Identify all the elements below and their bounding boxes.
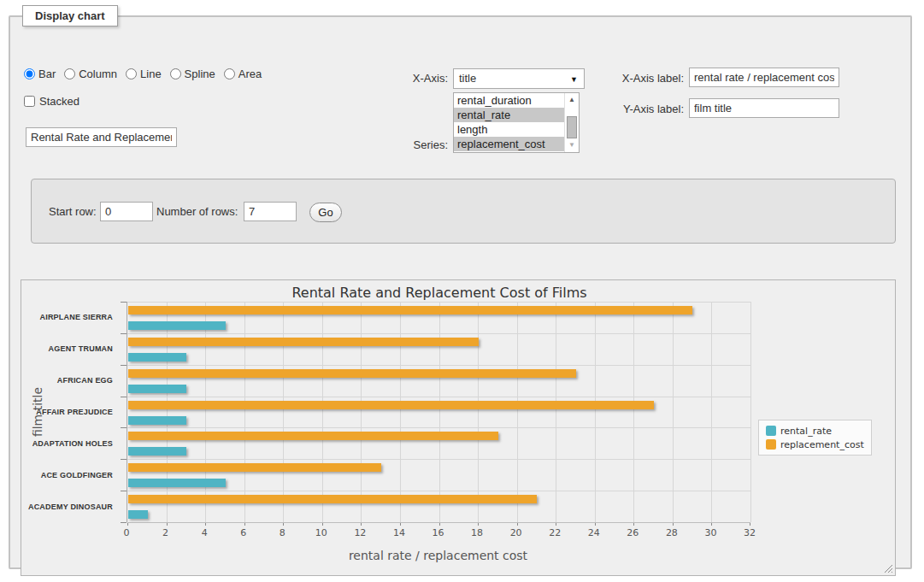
- x-tick-label: 6: [227, 527, 261, 538]
- x-axis-select-label: X-Axis:: [368, 68, 448, 89]
- chart-type-option-label: Column: [79, 68, 117, 80]
- replacement_cost-bar: [128, 306, 692, 315]
- chart-type-option-column[interactable]: Column: [64, 68, 117, 80]
- replacement_cost-bar: [128, 338, 479, 346]
- gridline: [400, 302, 401, 522]
- band-line: [127, 491, 750, 491]
- y-axis-tick: [121, 365, 127, 366]
- chart-type-option-label: Bar: [38, 68, 56, 80]
- replacement_cost-bar: [128, 369, 576, 378]
- scroll-up-arrow-icon[interactable]: ▲: [565, 94, 579, 106]
- y-axis-label-label: Y-Axis label:: [603, 100, 684, 119]
- replacement_cost-bar: [128, 401, 654, 409]
- x-tick-label: 2: [149, 527, 183, 538]
- stacked-checkbox[interactable]: [24, 96, 35, 107]
- x-tick-label: 8: [265, 527, 299, 538]
- series-multiselect[interactable]: rental_durationrental_ratelengthreplacem…: [453, 92, 580, 153]
- gridline: [595, 302, 596, 522]
- x-tick-label: 28: [655, 527, 689, 538]
- gridline: [439, 302, 440, 522]
- x-tick-label: 32: [733, 527, 767, 538]
- rental_rate-bar: [128, 321, 226, 330]
- display-chart-fieldset: Display chart BarColumnLineSplineArea St…: [9, 5, 912, 569]
- go-button[interactable]: Go: [309, 203, 342, 222]
- legend-item-rental_rate[interactable]: rental_rate: [766, 424, 864, 438]
- x-axis-select[interactable]: title ▼: [453, 68, 585, 89]
- y-axis-label-input[interactable]: [689, 98, 839, 118]
- x-tick-label: 14: [382, 527, 416, 538]
- gridline: [322, 302, 323, 522]
- y-axis-tick: [121, 302, 127, 303]
- page: Display chart BarColumnLineSplineArea St…: [0, 0, 924, 582]
- x-tick-label: 20: [499, 527, 533, 538]
- rental_rate-swatch-icon: [766, 426, 776, 436]
- number-of-rows-input[interactable]: [244, 202, 297, 221]
- stacked-label: Stacked: [39, 95, 79, 108]
- y-axis-tick: [121, 459, 127, 460]
- series-select-label: Series:: [368, 138, 448, 153]
- x-tick-label: 22: [538, 527, 572, 538]
- gridline: [205, 302, 206, 522]
- chart-legend: rental_ratereplacement_cost: [758, 420, 872, 456]
- gridline: [673, 302, 674, 522]
- gridline: [711, 302, 712, 522]
- start-row-label: Start row:: [49, 202, 97, 221]
- rental_rate-bar: [128, 416, 186, 425]
- legend-item-replacement_cost[interactable]: replacement_cost: [766, 438, 864, 451]
- band-line: [127, 522, 750, 523]
- replacement_cost-swatch-icon: [766, 439, 776, 450]
- series-option-replacement_cost[interactable]: replacement_cost: [454, 137, 579, 151]
- chart-type-radio-column[interactable]: [64, 68, 75, 79]
- fieldset-legend: Display chart: [22, 5, 118, 26]
- legend-label: replacement_cost: [780, 439, 864, 450]
- band-line: [127, 397, 750, 397]
- x-axis-label-input[interactable]: [689, 68, 839, 87]
- x-axis-label-label: X-Axis label:: [603, 69, 684, 88]
- gridline: [244, 302, 245, 522]
- band-line: [127, 302, 750, 303]
- chart-title-input[interactable]: [26, 127, 177, 147]
- band-line: [127, 427, 750, 428]
- series-option-rental_duration[interactable]: rental_duration: [454, 93, 579, 108]
- chart-type-option-label: Line: [140, 68, 162, 80]
- chart-type-option-bar[interactable]: Bar: [24, 68, 56, 80]
- y-axis-tick: [121, 427, 127, 428]
- row-controls-panel: Start row: Number of rows: Go: [31, 179, 896, 244]
- x-tick-label: 12: [343, 527, 377, 538]
- series-scrollbar[interactable]: ▲ ▼: [564, 93, 579, 152]
- chart-type-radio-spline[interactable]: [170, 68, 181, 79]
- chart-title: Rental Rate and Replacement Cost of Film…: [21, 285, 857, 301]
- y-axis-tick: [121, 333, 127, 334]
- chart-type-radio-line[interactable]: [126, 68, 137, 79]
- chart-type-option-spline[interactable]: Spline: [170, 68, 215, 80]
- scroll-down-arrow-icon[interactable]: ▼: [565, 139, 579, 151]
- resize-handle-icon[interactable]: [883, 563, 892, 573]
- band-line: [127, 333, 750, 334]
- chart-type-option-line[interactable]: Line: [126, 68, 162, 80]
- chart-type-option-label: Spline: [185, 68, 215, 80]
- y-axis-title: film title: [31, 302, 44, 522]
- x-tick-label: 18: [460, 527, 494, 538]
- rental_rate-bar: [128, 510, 148, 519]
- band-line: [127, 459, 750, 460]
- chart-type-radio-area[interactable]: [224, 68, 235, 79]
- gridline: [283, 302, 284, 522]
- x-tick-label: 10: [304, 527, 338, 538]
- x-tick-label: 30: [693, 527, 727, 538]
- chart-type-option-area[interactable]: Area: [224, 68, 262, 80]
- series-option-rental_rate[interactable]: rental_rate: [454, 108, 579, 122]
- series-option-length[interactable]: length: [454, 122, 579, 137]
- y-axis-tick: [121, 397, 127, 397]
- number-of-rows-label: Number of rows:: [156, 202, 238, 221]
- gridline: [517, 302, 518, 522]
- replacement_cost-bar: [128, 432, 498, 440]
- scrollbar-thumb[interactable]: [567, 116, 577, 138]
- gridline: [750, 302, 751, 522]
- stacked-option[interactable]: Stacked: [24, 95, 79, 108]
- chart-type-group: BarColumnLineSplineArea: [24, 68, 270, 82]
- band-line: [127, 365, 750, 366]
- x-tick-label: 0: [109, 527, 144, 538]
- start-row-input[interactable]: [100, 202, 153, 221]
- gridline: [361, 302, 362, 522]
- chart-type-radio-bar[interactable]: [24, 68, 35, 79]
